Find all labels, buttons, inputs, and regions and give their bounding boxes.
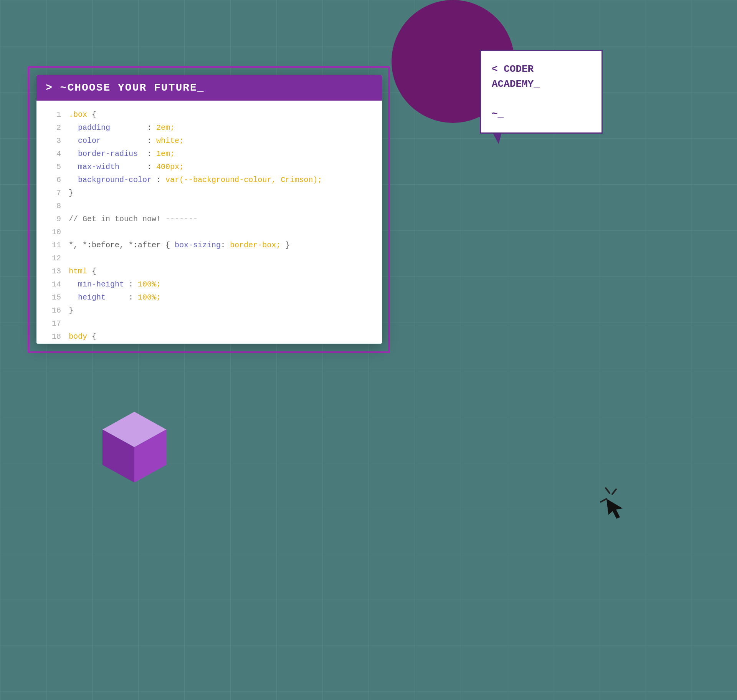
code-text <box>69 200 376 213</box>
line-number: 3 <box>43 134 61 147</box>
line-number: 5 <box>43 161 61 174</box>
code-line-13: 13 html { <box>36 265 382 278</box>
line-number: 16 <box>43 304 61 317</box>
code-text: .box { <box>69 108 376 121</box>
speech-line1: < CODER <box>492 63 534 75</box>
code-text: // Get in touch now! ------- <box>69 213 376 226</box>
code-line-16: 16 } <box>36 304 382 317</box>
speech-line2: ACADEMY_ <box>492 78 540 90</box>
line-number: 6 <box>43 174 61 187</box>
line-number: 8 <box>43 200 61 213</box>
code-text: min-height : 100%; <box>69 278 376 291</box>
code-text: border-radius : 1em; <box>69 147 376 161</box>
cube-svg <box>92 408 177 500</box>
line-number: 4 <box>43 147 61 161</box>
line-number: 11 <box>43 239 61 252</box>
code-line-11: 11 *, *:before, *:after { box-sizing: bo… <box>36 239 382 252</box>
code-line-7: 7 } <box>36 187 382 200</box>
code-line-17: 17 <box>36 317 382 330</box>
code-line-19: 19 display : grid; <box>36 343 382 344</box>
svg-line-4 <box>601 499 606 502</box>
code-line-12: 12 <box>36 252 382 265</box>
code-text <box>69 317 376 330</box>
3d-cube <box>92 408 177 500</box>
code-line-8: 8 <box>36 200 382 213</box>
line-number: 2 <box>43 121 61 134</box>
code-line-2: 2 padding : 2em; <box>36 121 382 134</box>
editor-title: > ~CHOOSE YOUR FUTURE_ <box>46 82 205 94</box>
code-text: background-color : var(--background-colo… <box>69 174 376 187</box>
code-text: padding : 2em; <box>69 121 376 134</box>
code-text: html { <box>69 265 376 278</box>
line-number: 19 <box>43 343 61 344</box>
line-number: 7 <box>43 187 61 200</box>
code-text: } <box>69 187 376 200</box>
line-number: 15 <box>43 291 61 304</box>
code-line-5: 5 max-width : 400px; <box>36 161 382 174</box>
line-number: 9 <box>43 213 61 226</box>
speech-line4: ~_ <box>492 108 504 120</box>
code-text: display : grid; <box>69 343 376 344</box>
speech-bubble: < CODER ACADEMY_ ~_ <box>480 50 603 134</box>
code-line-1: 1 .box { <box>36 108 382 121</box>
editor-body: 1 .box { 2 padding : 2em; 3 color : whit… <box>36 101 382 344</box>
line-number: 12 <box>43 252 61 265</box>
code-text: *, *:before, *:after { box-sizing: borde… <box>69 239 376 252</box>
code-text <box>69 226 376 239</box>
code-line-18: 18 body { <box>36 330 382 343</box>
code-text: } <box>69 304 376 317</box>
line-number: 17 <box>43 317 61 330</box>
code-text: body { <box>69 330 376 343</box>
code-text <box>69 252 376 265</box>
editor-titlebar: > ~CHOOSE YOUR FUTURE_ <box>36 75 382 101</box>
code-line-14: 14 min-height : 100%; <box>36 278 382 291</box>
code-text: color : white; <box>69 134 376 147</box>
code-line-9: 9 // Get in touch now! ------- <box>36 213 382 226</box>
svg-marker-6 <box>606 499 623 519</box>
line-number: 13 <box>43 265 61 278</box>
svg-line-5 <box>606 488 610 493</box>
code-line-15: 15 height : 100%; <box>36 291 382 304</box>
line-number: 18 <box>43 330 61 343</box>
line-number: 1 <box>43 108 61 121</box>
line-number: 14 <box>43 278 61 291</box>
cursor-svg <box>595 483 633 522</box>
code-line-3: 3 color : white; <box>36 134 382 147</box>
cursor-container <box>595 483 633 523</box>
code-line-6: 6 background-color : var(--background-co… <box>36 174 382 187</box>
code-line-10: 10 <box>36 226 382 239</box>
line-number: 10 <box>43 226 61 239</box>
code-line-4: 4 border-radius : 1em; <box>36 147 382 161</box>
code-editor-window: > ~CHOOSE YOUR FUTURE_ 1 .box { 2 paddin… <box>36 75 382 344</box>
svg-line-3 <box>612 489 616 494</box>
code-text: height : 100%; <box>69 291 376 304</box>
code-text: max-width : 400px; <box>69 161 376 174</box>
